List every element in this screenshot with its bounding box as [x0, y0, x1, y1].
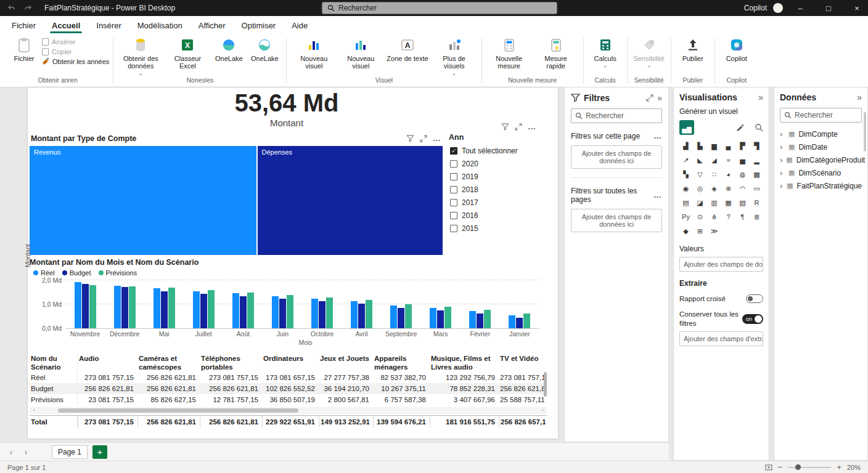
matrix-cell[interactable]: 123 292 756,79 [430, 372, 499, 383]
checkbox[interactable]: ✓ [450, 147, 457, 155]
legend-item[interactable]: Prévisions [99, 269, 137, 277]
matrix-cell[interactable]: 3 407 667,96 [430, 394, 499, 405]
collapse-pane-icon[interactable]: » [857, 92, 862, 102]
checkbox[interactable] [450, 199, 457, 206]
column-chart-visual[interactable]: Montant par Nom du Mois et Nom du Scénar… [30, 258, 546, 352]
decomposition-tree-icon[interactable]: ⋔ [708, 211, 721, 223]
report-page[interactable]: 53,64 Md Montant … Montant par Type de C… [28, 87, 558, 439]
zoom-in-icon[interactable]: + [837, 463, 841, 472]
more-visuals-button[interactable]: Plus de visuels ⌄ [431, 36, 478, 76]
smart-narrative-icon[interactable]: ¶ [736, 211, 749, 223]
matrix-cell[interactable]: 256 826 621,81 [499, 383, 546, 394]
focus-mode-icon[interactable] [515, 123, 522, 131]
slicer-item[interactable]: 2016 [449, 209, 546, 222]
bar-réel[interactable] [272, 296, 279, 328]
next-page-icon[interactable]: › [21, 447, 31, 457]
onelake-hub-button[interactable]: OneLake [211, 36, 247, 63]
clustered-column-chart-icon[interactable]: ▄ [722, 140, 735, 152]
bar-group[interactable] [469, 310, 491, 328]
bar-réel[interactable] [114, 286, 121, 328]
drillthrough-field-well[interactable]: Ajouter des champs d'extrac... [679, 331, 763, 346]
matrix-cell[interactable]: 27 277 757,38 [319, 372, 373, 383]
bar-prévisions[interactable] [405, 304, 412, 328]
tab-inserer[interactable]: Insérer [88, 16, 129, 34]
checkbox[interactable] [450, 225, 457, 232]
matrix-column-header[interactable]: Jeux et Jouets [319, 354, 373, 372]
shape-map-icon[interactable]: ◈ [708, 182, 721, 195]
funnel-chart-icon[interactable]: ▽ [694, 168, 706, 180]
matrix-visual[interactable]: Nom du ScénarioAudioCaméras et caméscope… [30, 354, 547, 437]
matrix-column-header[interactable]: TV et Vidéo [499, 354, 546, 372]
matrix-cell[interactable]: 273 081 757,15 [200, 372, 262, 383]
bar-réel[interactable] [390, 305, 397, 328]
scatter-chart-icon[interactable]: ∷ [708, 168, 721, 180]
bar-réel[interactable] [193, 291, 200, 328]
bar-prévisions[interactable] [287, 295, 293, 328]
matrix-column-header[interactable]: Caméras et caméscopes [137, 354, 200, 372]
scrollbar-thumb[interactable] [58, 408, 298, 413]
line-chart-icon[interactable]: ↗ [679, 154, 692, 166]
matrix-cell[interactable]: 36 194 210,70 [319, 383, 373, 394]
r-script-icon[interactable]: R [750, 196, 763, 209]
table-icon[interactable]: ▦ [722, 196, 735, 209]
format-painter-button[interactable]: Obtenir les années [42, 58, 109, 65]
bar-budget[interactable] [200, 294, 207, 328]
focus-mode-icon[interactable] [420, 135, 427, 142]
previous-page-icon[interactable]: ‹ [6, 447, 16, 457]
fit-to-page-icon[interactable] [765, 464, 772, 471]
map-icon[interactable]: ◉ [679, 182, 692, 195]
gauge-icon[interactable]: ◠ [736, 182, 749, 195]
analytics-search-icon[interactable] [755, 123, 763, 132]
bar-budget[interactable] [477, 313, 483, 328]
minimize-button[interactable]: – [789, 0, 811, 16]
bar-budget[interactable] [82, 284, 89, 328]
matrix-column-header[interactable]: Audio [78, 354, 137, 372]
new-measure-button[interactable]: Nouvelle mesure [486, 36, 533, 71]
data-table-item[interactable]: ›▦FaitPlanStratégique [780, 179, 862, 192]
matrix-cell[interactable]: 82 537 382,70 [373, 372, 430, 383]
pie-chart-icon[interactable]: ◕ [722, 168, 735, 180]
pct-stacked-column-chart-icon[interactable]: ▜ [750, 140, 763, 152]
treemap-visual[interactable]: Montant par Type de Compte … RevenusDépe… [30, 133, 443, 256]
matrix-cell[interactable]: 6 757 587,38 [373, 394, 430, 405]
text-box-button[interactable]: A Zone de texte [384, 36, 430, 63]
matrix-column-header[interactable]: Musique, Films et Livres audio [430, 354, 499, 372]
matrix-cell[interactable]: 256 826 621,81 [78, 383, 137, 394]
expand-pane-icon[interactable] [646, 94, 653, 102]
matrix-cell[interactable]: 10 267 375,11 [373, 383, 430, 394]
more-options-icon[interactable]: … [433, 136, 441, 141]
copy-button[interactable]: Copier [42, 48, 109, 55]
matrix-row-label[interactable]: Réel [30, 372, 78, 383]
more-options-icon[interactable]: … [653, 193, 662, 198]
stacked-column-chart-icon[interactable]: ▙ [694, 140, 706, 152]
matrix-horizontal-scrollbar[interactable]: ‹ › [30, 407, 547, 414]
cross-report-toggle[interactable] [746, 294, 763, 303]
ribbon-chart-icon[interactable]: ▂ [750, 154, 763, 166]
onelake-button-2[interactable]: OneLake [247, 36, 282, 63]
matrix-cell[interactable]: 23 081 757,15 [78, 394, 137, 405]
filled-map-icon[interactable]: ◎ [694, 182, 706, 195]
line-and-clustered-column-chart-icon[interactable]: ▅ [736, 154, 749, 166]
bar-prévisions[interactable] [89, 285, 96, 328]
area-chart-icon[interactable]: ◣ [694, 154, 706, 166]
collapse-pane-icon[interactable]: » [758, 92, 763, 102]
cut-button[interactable]: Ansérer [42, 38, 109, 46]
slicer-item[interactable]: 2017 [449, 196, 546, 209]
tab-afficher[interactable]: Afficher [190, 16, 234, 34]
matrix-cell[interactable]: 102 826 552,52 [262, 383, 319, 394]
undo-icon[interactable] [7, 4, 15, 12]
global-search-input[interactable] [338, 4, 552, 12]
collapse-pane-icon[interactable]: » [657, 93, 662, 103]
zoom-out-icon[interactable]: − [778, 463, 783, 472]
slicer-item[interactable]: 2019 [449, 170, 546, 183]
values-field-well[interactable]: Ajouter des champs de don... [679, 257, 763, 272]
checkbox[interactable] [450, 160, 457, 168]
treemap-segment-dépenses[interactable]: Dépenses [258, 146, 443, 255]
bar-group[interactable] [272, 295, 293, 328]
bar-budget[interactable] [319, 301, 326, 328]
treemap-chart-icon[interactable]: ▩ [750, 168, 763, 180]
filters-search-input[interactable] [586, 111, 658, 120]
matrix-row-label[interactable]: Prévisions [30, 394, 78, 405]
account-avatar[interactable] [773, 3, 783, 13]
bar-group[interactable] [154, 288, 175, 328]
